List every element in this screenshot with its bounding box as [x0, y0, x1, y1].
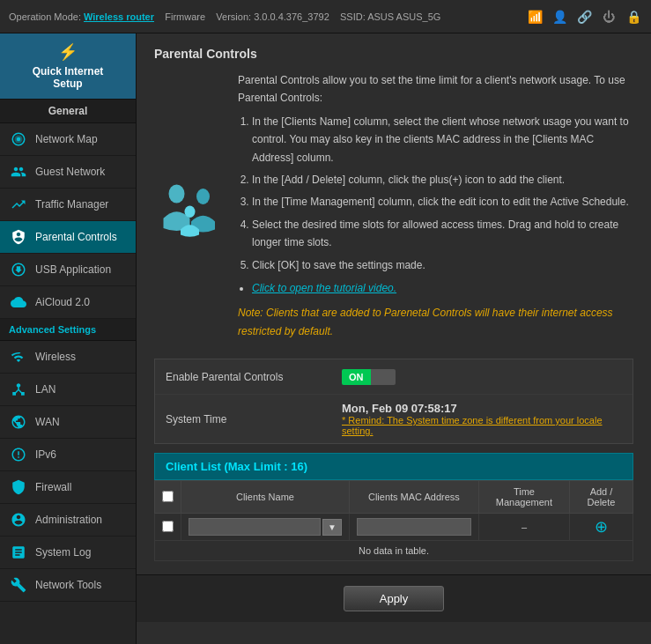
steps-list: In the [Clients Name] column, select the…	[252, 113, 633, 274]
table-input-row: ▼ – ⊕	[155, 514, 633, 541]
tutorial-link-list: Click to open the tutorial video.	[252, 279, 633, 297]
sidebar-label-administration: Administration	[35, 514, 102, 526]
add-client-button[interactable]: ⊕	[595, 519, 608, 535]
info-box: Parental Controls allow you to set the t…	[154, 71, 633, 345]
sidebar-label-traffic-manager: Traffic Manager	[35, 198, 108, 211]
network-map-icon	[9, 130, 28, 149]
step-2: In the [Add / Delete] column, click the …	[252, 171, 633, 189]
warning-note: Note: Clients that are added to Pareneta…	[238, 304, 633, 340]
sidebar-label-network-map: Network Map	[35, 133, 98, 145]
sidebar-item-system-log[interactable]: System Log	[0, 537, 136, 569]
table-header-row: Clients Name Clients MAC Address Time Ma…	[155, 481, 633, 514]
network-icon[interactable]: 🔗	[575, 8, 593, 26]
select-all-checkbox[interactable]	[162, 491, 174, 502]
sidebar-item-traffic-manager[interactable]: Traffic Manager	[0, 189, 136, 221]
system-time-warning[interactable]: * Remind: The System time zone is differ…	[342, 415, 622, 436]
system-time-row: System Time Mon, Feb 09 07:58:17 * Remin…	[155, 395, 633, 443]
top-icons: 📶 👤 🔗 ⏻ 🔒	[526, 8, 642, 26]
sidebar-item-network-tools[interactable]: Network Tools	[0, 569, 136, 602]
sidebar-label-usb-application: USB Application	[35, 263, 111, 276]
power-icon[interactable]: ⏻	[600, 8, 618, 26]
no-data-message: No data in table.	[155, 541, 633, 561]
sidebar-item-wan[interactable]: WAN	[0, 406, 136, 439]
sidebar-item-usb-application[interactable]: USB Application	[0, 254, 136, 286]
client-list-header: Client List (Max Limit : 16)	[154, 453, 633, 480]
traffic-manager-icon	[9, 195, 28, 214]
firmware-label: Firmware	[165, 11, 205, 22]
row-add-cell: ⊕	[569, 514, 633, 541]
sidebar-item-aicloud[interactable]: AiCloud 2.0	[0, 286, 136, 319]
step-4: Select the desired time slots for allowe…	[252, 216, 633, 252]
system-time-value: Mon, Feb 09 07:58:17	[342, 402, 622, 415]
lock-icon[interactable]: 🔒	[625, 8, 642, 26]
guest-network-icon	[9, 162, 28, 181]
toggle-on-label[interactable]: ON	[342, 369, 371, 385]
toggle-off-label[interactable]	[371, 369, 396, 385]
quick-internet-label: Quick InternetSetup	[33, 65, 104, 90]
sidebar-label-parental-controls: Parental Controls	[35, 231, 117, 243]
sidebar-label-ipv6: IPv6	[35, 448, 56, 461]
sidebar-item-ipv6[interactable]: IPv6	[0, 439, 136, 471]
apply-button[interactable]: Apply	[344, 586, 445, 611]
step-5: Click [OK] to save the settings made.	[252, 256, 633, 274]
quick-internet-icon: ⚡	[9, 42, 127, 62]
svg-point-3	[184, 206, 195, 218]
parental-icon	[154, 71, 225, 345]
aicloud-icon	[9, 292, 28, 312]
wan-icon	[9, 412, 28, 432]
sidebar-label-wireless: Wireless	[35, 351, 76, 363]
step-3: In the [Time Management] column, click t…	[252, 193, 633, 211]
sidebar-label-lan: LAN	[35, 383, 55, 396]
version-value: 3.0.0.4.376_3792	[254, 11, 329, 22]
sidebar-label-system-log: System Log	[35, 546, 91, 559]
sidebar-item-firewall[interactable]: Firewall	[0, 471, 136, 504]
top-bar: Operation Mode: Wireless router Firmware…	[0, 0, 651, 33]
enable-parental-section: Enable Parental Controls ON System Time …	[154, 359, 633, 444]
sidebar-item-administration[interactable]: Administration	[0, 504, 136, 537]
operation-mode-label: Operation Mode:	[9, 11, 81, 22]
user-icon[interactable]: 👤	[551, 8, 568, 26]
administration-icon	[9, 510, 28, 529]
system-time-value-container: Mon, Feb 09 07:58:17 * Remind: The Syste…	[342, 402, 622, 436]
enable-parental-label: Enable Parental Controls	[166, 371, 342, 383]
row-name-cell: ▼	[181, 514, 350, 541]
sidebar-item-guest-network[interactable]: Guest Network	[0, 156, 136, 189]
row-checkbox[interactable]	[162, 521, 174, 532]
enable-parental-row: Enable Parental Controls ON	[155, 359, 633, 395]
version-label: Version:	[216, 11, 251, 22]
sidebar-item-network-map[interactable]: Network Map	[0, 123, 136, 156]
operation-mode-value[interactable]: Wireless router	[84, 11, 154, 22]
sidebar-label-aicloud: AiCloud 2.0	[35, 296, 90, 308]
sidebar-item-lan[interactable]: LAN	[0, 374, 136, 406]
ssid-label: SSID:	[340, 11, 366, 22]
network-tools-icon	[9, 575, 28, 595]
system-log-icon	[9, 543, 28, 562]
svg-point-1	[168, 185, 184, 204]
client-name-input[interactable]	[189, 518, 321, 536]
parental-controls-icon	[9, 227, 28, 247]
enable-parental-toggle[interactable]: ON	[342, 369, 622, 385]
page-title: Parental Controls	[154, 47, 633, 61]
sidebar-item-parental-controls[interactable]: Parental Controls	[0, 221, 136, 254]
operation-mode-info: Operation Mode: Wireless router Firmware…	[9, 11, 526, 22]
toggle-switch[interactable]: ON	[342, 369, 622, 385]
apply-bar: Apply	[137, 574, 651, 622]
quick-internet-setup[interactable]: ⚡ Quick InternetSetup	[0, 33, 136, 100]
sidebar-label-guest-network: Guest Network	[35, 166, 105, 178]
firewall-icon	[9, 477, 28, 497]
signal-icon[interactable]: 📶	[526, 8, 544, 26]
info-text: Parental Controls allow you to set the t…	[238, 71, 633, 345]
col-add-delete: Add / Delete	[569, 481, 633, 514]
sidebar-label-firewall: Firewall	[35, 481, 71, 493]
row-check-cell	[155, 514, 181, 541]
ipv6-icon	[9, 445, 28, 464]
client-name-dropdown[interactable]: ▼	[322, 519, 342, 536]
col-clients-name: Clients Name	[181, 481, 350, 514]
sidebar-item-wireless[interactable]: Wireless	[0, 341, 136, 374]
table-body: ▼ – ⊕ No data in tabl	[155, 514, 633, 561]
sidebar-label-network-tools: Network Tools	[35, 579, 101, 591]
tutorial-link[interactable]: Click to open the tutorial video.	[252, 282, 396, 294]
row-mac-cell	[349, 514, 478, 541]
advanced-settings-header: Advanced Settings	[0, 319, 136, 341]
client-mac-input[interactable]	[357, 518, 471, 536]
